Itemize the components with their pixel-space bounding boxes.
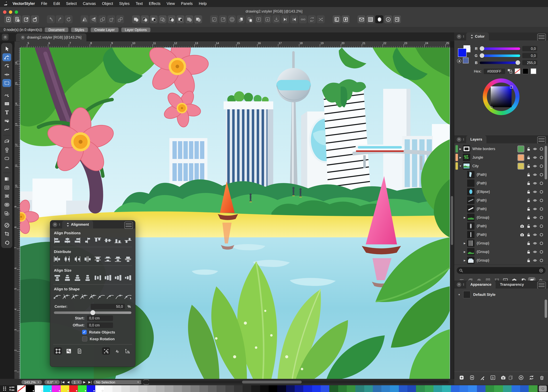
- align-option-2-4[interactable]: [94, 274, 102, 281]
- replace-icon[interactable]: [528, 374, 535, 381]
- slice-frame-button[interactable]: [393, 15, 401, 23]
- clear-search-icon[interactable]: [539, 268, 543, 273]
- last-page-button[interactable]: ▶|: [88, 380, 92, 384]
- color-swatch[interactable]: [130, 385, 139, 392]
- box-down-button[interactable]: [263, 15, 271, 23]
- color-picker-tool[interactable]: [2, 221, 11, 229]
- layer-row[interactable]: {Path}: [454, 222, 548, 230]
- align-option-2-3[interactable]: [84, 274, 91, 281]
- save-doc-button[interactable]: [4, 15, 12, 23]
- fill-swatch[interactable]: [458, 48, 466, 57]
- eye-icon[interactable]: [533, 241, 537, 245]
- color-swatch[interactable]: [503, 385, 512, 392]
- expander-closed-icon[interactable]: ▶: [463, 216, 466, 219]
- lock-icon[interactable]: [526, 155, 531, 160]
- shuffle-button[interactable]: [317, 15, 325, 23]
- saturation-square[interactable]: [491, 86, 512, 107]
- chain-button[interactable]: [299, 15, 307, 23]
- layer-search-input[interactable]: [463, 268, 539, 273]
- trim-button[interactable]: [176, 15, 184, 23]
- close-dock-button[interactable]: ✕: [2, 34, 9, 40]
- align-option-3-4[interactable]: [89, 293, 97, 300]
- grid-button[interactable]: [366, 15, 374, 23]
- color-swatch[interactable]: [260, 385, 269, 392]
- lock-icon[interactable]: [526, 172, 531, 177]
- checkbox-row[interactable]: Keep Rotation: [82, 336, 135, 342]
- align-option-2-0[interactable]: [53, 274, 61, 281]
- color-swatch[interactable]: [485, 385, 494, 392]
- color-swatch[interactable]: [330, 385, 338, 392]
- skip-back-button[interactable]: [290, 15, 298, 23]
- layer-row[interactable]: ▶{Group}: [454, 239, 548, 247]
- slider-knob[interactable]: [480, 46, 484, 51]
- expander-closed-icon[interactable]: ▶: [458, 156, 462, 159]
- color-swatch[interactable]: [208, 385, 217, 392]
- align-option-3-1[interactable]: [62, 293, 70, 300]
- layer-row[interactable]: {Ellipse}: [454, 187, 548, 196]
- align-option-3-7[interactable]: [115, 293, 123, 300]
- target-circle-icon[interactable]: [539, 147, 544, 151]
- color-swatch[interactable]: [52, 385, 61, 392]
- lock-icon[interactable]: [526, 198, 531, 203]
- edit-box-button[interactable]: [210, 15, 218, 23]
- panel-menu-icon[interactable]: [124, 222, 133, 229]
- alignment-panel-header[interactable]: ✕ ‖ Alignment: [50, 221, 135, 228]
- layer-row[interactable]: {Path}: [454, 205, 548, 213]
- layer-row[interactable]: {Path}: [454, 170, 548, 179]
- menu-edit[interactable]: Edit: [50, 1, 63, 6]
- eye-icon[interactable]: [533, 207, 537, 211]
- layer-chip[interactable]: [517, 162, 524, 169]
- menu-file[interactable]: File: [38, 1, 50, 6]
- align-option-0-7[interactable]: [124, 237, 132, 244]
- center-slider-knob[interactable]: [90, 310, 95, 315]
- color-swatch[interactable]: [520, 385, 529, 392]
- none-swatch[interactable]: [17, 385, 26, 392]
- menu-text[interactable]: Text: [133, 1, 146, 6]
- color-swatch[interactable]: [312, 385, 321, 392]
- outline-ellipse-button[interactable]: [384, 15, 392, 23]
- new-layer-icon[interactable]: [528, 277, 536, 280]
- subtract-button[interactable]: [141, 15, 149, 23]
- open-box-button[interactable]: [219, 15, 227, 23]
- menu-object[interactable]: Object: [99, 1, 116, 6]
- send-back-button[interactable]: [246, 15, 254, 23]
- align-bounds-icon[interactable]: [54, 347, 62, 355]
- color-swatch[interactable]: [225, 385, 234, 392]
- close-panel-icon[interactable]: ✕: [457, 137, 461, 142]
- align-option-3-2[interactable]: [71, 293, 79, 300]
- document-button[interactable]: Document: [45, 28, 68, 32]
- menu-styles[interactable]: Styles: [116, 1, 133, 6]
- rough-rect-tool[interactable]: [2, 154, 11, 162]
- shapes-tool[interactable]: [2, 209, 11, 217]
- layer-chip[interactable]: [517, 145, 524, 152]
- layer-row[interactable]: ▶{Group}: [454, 247, 548, 256]
- expander-open-icon[interactable]: ▼: [458, 293, 460, 296]
- fx-icon[interactable]: fx: [502, 277, 509, 280]
- rotate-object-button[interactable]: [107, 15, 115, 23]
- align-option-1-6[interactable]: [114, 256, 122, 262]
- shape-builder-tool[interactable]: [2, 117, 11, 125]
- menu-help[interactable]: Help: [196, 1, 210, 6]
- align-option-1-4[interactable]: [94, 256, 102, 262]
- styles-button[interactable]: Styles: [71, 28, 88, 32]
- intersect-button[interactable]: [150, 15, 158, 23]
- close-panel-icon[interactable]: ✕: [53, 222, 57, 227]
- camera-icon[interactable]: [520, 224, 524, 228]
- merge-button[interactable]: [185, 15, 193, 23]
- align-option-1-2[interactable]: [74, 256, 82, 262]
- swap-button[interactable]: [308, 15, 316, 23]
- bring-front-button[interactable]: [237, 15, 245, 23]
- align-option-1-1[interactable]: [63, 256, 71, 262]
- width-tool[interactable]: [2, 125, 11, 133]
- color-swatch[interactable]: [277, 385, 286, 392]
- draw-tool[interactable]: [2, 91, 11, 99]
- eye-icon[interactable]: [533, 249, 537, 254]
- prev-page-button[interactable]: ◀: [67, 380, 70, 384]
- zoom-control[interactable]: 143,2%∨: [21, 380, 42, 384]
- mail-button[interactable]: [358, 15, 365, 23]
- brush-add-icon[interactable]: [479, 374, 486, 381]
- target-circle-icon[interactable]: [539, 249, 544, 254]
- crop-tool[interactable]: [2, 230, 11, 238]
- color-swatch[interactable]: [95, 385, 104, 392]
- eye-icon[interactable]: [533, 155, 537, 160]
